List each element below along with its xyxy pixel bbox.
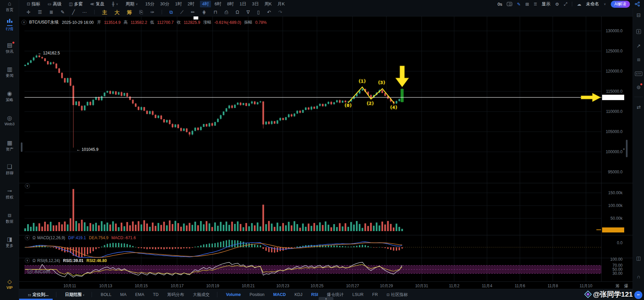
fullscreen-icon[interactable]: ⤢ <box>564 1 567 7</box>
ai-explain-button[interactable]: AI解读 <box>611 1 630 8</box>
candlestick-chart[interactable]: 130000.0125000.0120000.0115000.0110000.0… <box>0 0 644 300</box>
rsi-collapse-tab[interactable]: ▲ <box>319 297 333 300</box>
collapse-chevron-icon[interactable]: ∨ <box>25 183 30 188</box>
undo-icon[interactable]: ↶ <box>267 10 271 14</box>
yellow-right-arrow-annotation[interactable] <box>581 93 601 102</box>
sidebar-item-vip[interactable]: ◇VIP <box>0 279 19 290</box>
robot-icon[interactable]: ⊚ <box>633 84 644 90</box>
sidebar-item-授权[interactable]: ⊸授权 <box>0 188 19 200</box>
tab-boll[interactable]: BOLL <box>101 292 111 297</box>
settings-gear-icon[interactable]: ⚙ <box>555 2 559 7</box>
etf-icon[interactable]: ETF <box>633 70 644 76</box>
pattern-icon[interactable]: ⋕ <box>202 10 206 14</box>
sidebar-item-首页[interactable]: ⌂首页 <box>0 1 19 12</box>
layout-name[interactable]: 未命名 <box>586 1 599 7</box>
locate-button[interactable]: ⚏定位到... <box>28 292 49 298</box>
wave-label[interactable]: (2) <box>366 101 374 106</box>
copy-select-icon[interactable]: ⧉ <box>169 10 173 14</box>
wave-label[interactable]: (3) <box>378 80 385 85</box>
panel-icon[interactable]: ⊟ <box>633 12 644 18</box>
wave-label[interactable]: (4) <box>390 105 397 110</box>
share-icon[interactable] <box>635 1 640 7</box>
trend-up-icon[interactable]: ↗ <box>633 43 644 49</box>
tab-community[interactable]: ⊡社区指标 <box>386 292 408 298</box>
tab-kdj[interactable]: KDJ <box>294 292 303 297</box>
sidebar-item-行情[interactable]: 行情 <box>0 19 19 32</box>
more-tools-icon[interactable]: ⋯ <box>82 10 87 14</box>
cursor-mark-icon[interactable]: ✑ <box>150 10 154 14</box>
macd-name[interactable]: MACD(12,26,9) <box>37 235 65 240</box>
sidebar-item-Web3[interactable]: ◎Web3 <box>0 115 19 126</box>
lock-icon[interactable]: ⊓ <box>213 10 217 14</box>
tab-rsi[interactable]: RSI <box>311 292 318 297</box>
timeframe-30分[interactable]: 30分 <box>160 1 169 7</box>
ruler-icon[interactable]: ⟋ <box>180 10 183 14</box>
assistant-robot-icon[interactable]: •• <box>634 291 642 299</box>
monitor-icon[interactable]: ⧈ <box>633 56 644 62</box>
line-tools-icon[interactable]: ☰ <box>38 10 42 14</box>
magnet-icon[interactable]: Ω <box>236 10 239 14</box>
yellow-down-arrow-annotation[interactable] <box>395 66 409 87</box>
tab-macd[interactable]: MACD <box>273 292 286 297</box>
right-scroll-handle[interactable] <box>626 140 628 157</box>
topbar-item-candle-style[interactable]: ╫∨ <box>112 2 118 6</box>
timeframe-8时[interactable]: 8时 <box>227 1 234 7</box>
chip-label[interactable]: 筹 <box>127 10 132 15</box>
cloud-save-icon[interactable]: ☁ <box>577 2 581 7</box>
alert-bell-icon[interactable]: Ω <box>33 235 36 240</box>
redo-icon[interactable]: ↷ <box>278 10 282 14</box>
sidebar-item-数据[interactable]: ⧈数据 <box>0 212 19 224</box>
tab-position[interactable]: Position <box>250 292 264 297</box>
rsi-name[interactable]: RSI(6,12,24) <box>37 258 60 263</box>
timeframe-4时[interactable]: 4时 <box>200 1 211 7</box>
support-headset-icon[interactable]: ∩ <box>633 274 644 280</box>
sidebar-item-要闻[interactable]: ▥要闻 <box>0 67 19 78</box>
draw-pencil-icon[interactable]: ✎ <box>517 2 521 7</box>
timeframe-1时[interactable]: 1时 <box>175 1 182 7</box>
large-view-label[interactable]: 大 <box>114 10 119 15</box>
tab-liquidation[interactable]: 爆仓统计 <box>327 292 343 298</box>
sidebar-item-策略[interactable]: ◉策略 <box>0 91 19 102</box>
left-scroll-handle[interactable] <box>21 142 22 152</box>
tab-td[interactable]: TD <box>153 292 159 297</box>
trend-lines-icon[interactable]: ≣ <box>49 10 53 14</box>
symbol-name[interactable]: BTC/USDT永续 <box>29 19 59 25</box>
screenshot-icon[interactable] <box>507 2 512 6</box>
crosshair-icon[interactable]: ✛ <box>26 10 31 14</box>
timeframe-月K[interactable]: 月K <box>277 1 285 7</box>
timeframe-1日[interactable]: 1日 <box>239 1 246 7</box>
collapse-chevron-icon[interactable]: ∨ <box>25 235 30 240</box>
new-window-icon[interactable]: ⊞ <box>525 2 529 7</box>
tab-volume[interactable]: Volume <box>226 292 241 297</box>
collapse-chevron-icon[interactable]: ∨ <box>25 258 30 263</box>
display-menu[interactable]: 显示 <box>542 1 550 7</box>
sidebar-item-更多[interactable]: ◨更多 <box>0 237 19 248</box>
main-chart-label[interactable]: 主 <box>102 10 107 15</box>
trash-icon[interactable]: ▯ <box>257 10 260 14</box>
topbar-item-period[interactable]: 周期∨ <box>125 1 138 7</box>
topbar-item-indicator[interactable]: ⊡指标 <box>27 1 40 7</box>
chevron-down-icon[interactable]: ∨ <box>604 2 606 6</box>
wave-label[interactable]: (1) <box>358 79 366 84</box>
filter-icon[interactable]: ∇ <box>247 10 250 14</box>
layout-icon[interactable]: ◫ <box>633 255 644 261</box>
segment-icon[interactable]: ╱ <box>72 10 75 14</box>
billing-icon[interactable]: $ <box>633 28 644 34</box>
tab-ma[interactable]: MA <box>120 292 126 297</box>
collapse-chevron-icon[interactable]: ∨ <box>21 20 26 25</box>
timeframe-6时[interactable]: 6时 <box>215 1 221 7</box>
topbar-item-advanced[interactable]: ▭高级 <box>48 1 61 7</box>
date-range-button[interactable]: 日期范围 ▾ <box>65 292 85 298</box>
timeframe-周K[interactable]: 周K <box>265 1 272 7</box>
tab-fr[interactable]: FR <box>372 292 378 297</box>
wave-label[interactable]: (0) <box>344 103 352 108</box>
tab-ema[interactable]: EMA <box>135 292 144 297</box>
sidebar-item-群聊[interactable]: ❑群聊 <box>0 164 19 176</box>
topbar-item-replay[interactable]: ≪复盘 <box>90 1 105 7</box>
brush-icon[interactable]: ✎ <box>61 10 65 14</box>
collapse-axis-arrow[interactable]: ◂ <box>623 147 625 151</box>
tab-large-trades[interactable]: 大额成交 <box>193 292 210 298</box>
template-icon[interactable]: ⎘ <box>139 10 143 14</box>
list-icon[interactable]: ☰ <box>534 2 537 6</box>
sidebar-item-快讯[interactable]: ▤快讯 <box>0 42 19 54</box>
